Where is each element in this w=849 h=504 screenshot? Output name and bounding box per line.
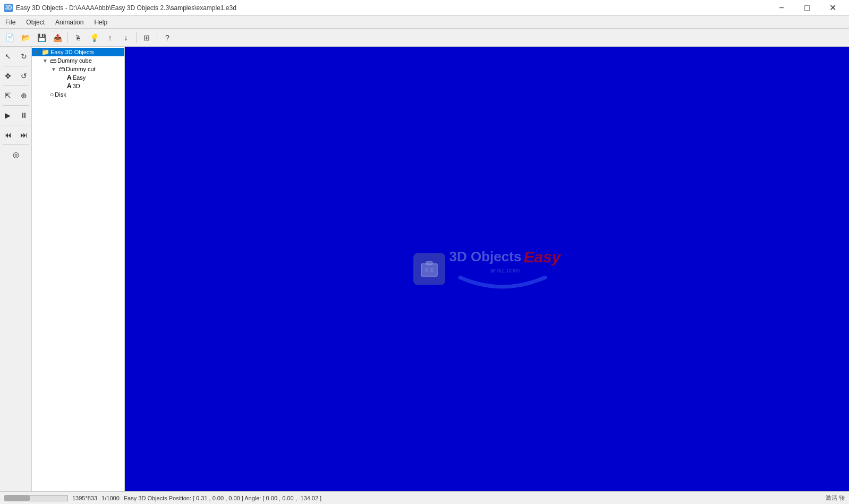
menubar: File Object Animation Help [0,16,849,29]
arrow-tool[interactable]: ↖ [1,49,15,64]
tool-row-1: ↖ ↻ [1,49,31,64]
menu-animation[interactable]: Animation [50,16,89,28]
anim-prev-tool[interactable]: ⏮ [1,127,15,142]
expander-dummy-cut: ▼ [51,66,57,72]
logo-sub-text: anxz.com [449,266,561,274]
status-right: 激活 转 [826,494,845,502]
label-3d: 3D [73,83,80,89]
statusbar: 1395*833 1/1000 Easy 3D Objects Position… [0,491,849,504]
logo-3d-objects: 3D Objects [449,249,522,265]
status-frame: 1/1000 [101,495,120,501]
export-button[interactable]: 📤 [50,30,65,45]
anim-next-tool[interactable]: ⏭ [16,127,31,142]
label-dummy-cut: Dummy cut [66,66,96,72]
move-down-button[interactable]: ↓ [118,30,133,45]
main-area: ↖ ↻ ✥ ↺ ⇱ ⊕ ▶ ⏸ ⏮ ⏭ ◎ ▼ 📁 Easy 3D [0,47,849,491]
icon-disk: ○ [50,91,54,98]
menu-help[interactable]: Help [89,16,113,28]
app-icon: 3D [4,4,13,12]
scale-tool[interactable]: ⇱ [1,88,15,103]
statusbar-scrollbar[interactable] [4,495,68,501]
grid-button[interactable]: ⊞ [139,30,154,45]
minimize-button[interactable]: − [769,0,794,16]
icon-dummy-cut: 🗃 [58,65,65,73]
svg-rect-3 [430,268,434,272]
circle-tool[interactable]: ◎ [4,147,28,162]
tool-row-3: ⇱ ⊕ [1,88,31,103]
svg-rect-2 [425,268,428,272]
titlebar-left: 3D Easy 3D Objects - D:\AAAAAbbb\Easy 3D… [4,4,236,12]
icon-easy: A [67,74,72,81]
select-button[interactable]: 🖱 [71,30,86,45]
tool-row-4: ▶ ⏸ [1,108,31,123]
tool-sep-1 [3,66,29,66]
toolbar-sep-2 [136,32,137,43]
left-panel: ↖ ↻ ✥ ↺ ⇱ ⊕ ▶ ⏸ ⏮ ⏭ ◎ [0,47,32,491]
menu-file[interactable]: File [0,16,21,28]
rotate-cw-tool[interactable]: ↻ [16,49,31,64]
tree-item-disk[interactable]: ○ Disk [32,90,124,99]
expander-dummy-cube: ▼ [43,58,49,64]
tree-item-root[interactable]: ▼ 📁 Easy 3D Objects [32,48,124,56]
svg-rect-1 [426,262,432,265]
label-dummy-cube: Dummy cube [57,57,92,64]
viewport[interactable]: 3D Objects Easy anxz.com [125,47,849,491]
tree-item-easy[interactable]: A Easy [32,73,124,82]
pause-tool[interactable]: ⏸ [16,108,31,123]
tool-row-5: ⏮ ⏭ [1,127,31,142]
tool-sep-4 [3,125,29,125]
status-size: 1395*833 [72,495,97,501]
help-button[interactable]: ? [160,30,175,45]
tool-sep-2 [3,86,29,86]
titlebar-title: Easy 3D Objects - D:\AAAAAbbb\Easy 3D Ob… [16,4,236,12]
titlebar-controls: − □ ✕ [769,0,845,16]
new-button[interactable]: 📄 [2,30,17,45]
icon-3d: A [67,82,72,90]
zoom-tool[interactable]: ⊕ [16,88,31,103]
open-button[interactable]: 📂 [18,30,33,45]
expander-root: ▼ [34,49,40,55]
tree-panel: ▼ 📁 Easy 3D Objects ▼ 🗃 Dummy cube ▼ 🗃 D… [32,47,125,491]
label-easy: Easy [73,74,86,81]
svg-rect-0 [421,264,437,277]
move-up-button[interactable]: ↑ [103,30,117,45]
tool-sep-3 [3,105,29,106]
tool-row-2: ✥ ↺ [1,69,31,83]
save-button[interactable]: 💾 [34,30,49,45]
label-root: Easy 3D Objects [50,49,94,55]
logo-icon [413,253,445,285]
logo-easy: Easy [523,247,561,266]
label-disk: Disk [55,91,66,98]
status-info: Easy 3D Objects Position: [ 0.31 , 0.00 … [124,495,321,501]
tool-sep-5 [3,144,29,145]
icon-dummy-cube: 🗃 [50,57,56,64]
toolbar-sep-3 [157,32,157,43]
light-button[interactable]: 💡 [87,30,101,45]
tree-item-dummy-cut[interactable]: ▼ 🗃 Dummy cut [32,65,124,73]
scrollbar-thumb [5,496,30,501]
close-button[interactable]: ✕ [820,0,845,16]
tree-item-3d[interactable]: A 3D [32,82,124,90]
toolbar-sep-1 [67,32,68,43]
tree-item-dummy-cube[interactable]: ▼ 🗃 Dummy cube [32,56,124,65]
icon-root: 📁 [41,48,49,56]
menu-object[interactable]: Object [21,16,50,28]
move-tool[interactable]: ✥ [1,69,15,83]
toolbar: 📄 📂 💾 📤 🖱 💡 ↑ ↓ ⊞ ? [0,29,849,47]
rotate-ccw-tool[interactable]: ↺ [16,69,31,83]
logo-text: 3D Objects Easy anxz.com [449,247,561,291]
viewport-logo: 3D Objects Easy anxz.com [413,247,561,291]
titlebar: 3D Easy 3D Objects - D:\AAAAAbbb\Easy 3D… [0,0,849,16]
play-tool[interactable]: ▶ [1,108,15,123]
maximize-button[interactable]: □ [795,0,819,16]
